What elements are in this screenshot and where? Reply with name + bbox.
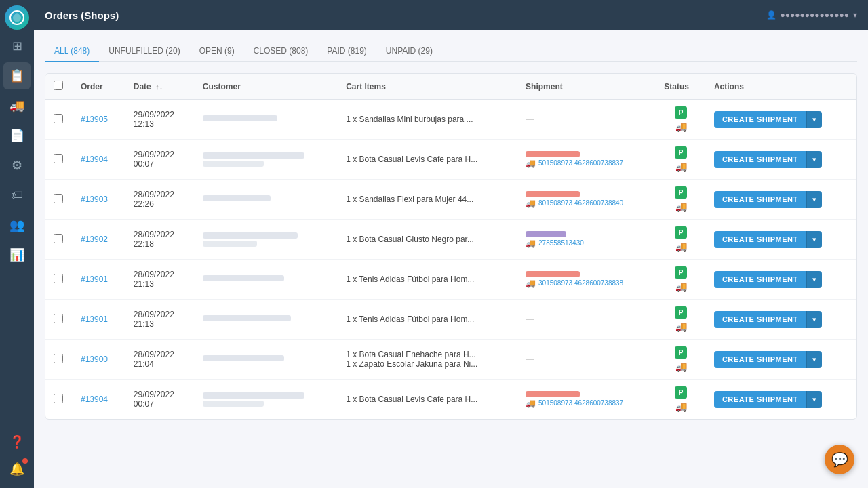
customer-name-blurred xyxy=(203,392,304,399)
row-checkbox-13900[interactable] xyxy=(54,354,63,363)
sidebar-item-orders[interactable]: 📋 xyxy=(3,62,31,89)
status-cell: P 🚚 xyxy=(656,100,706,140)
create-shipment-dropdown[interactable]: ▾ xyxy=(806,391,822,408)
status-cell: P 🚚 xyxy=(656,140,706,180)
actions-cell: CREATE SHIPMENT ▾ xyxy=(706,220,856,260)
status-paid-icon: P xyxy=(675,186,687,199)
create-shipment-dropdown[interactable]: ▾ xyxy=(806,351,822,368)
user-info: 👤 ●●●●●●●●●●●●●● ▾ xyxy=(766,10,857,20)
tab-open[interactable]: OPEN (9) xyxy=(190,41,244,62)
shipment-bar-purple xyxy=(526,231,566,237)
row-checkbox-13901a[interactable] xyxy=(54,274,63,283)
create-shipment-dropdown[interactable]: ▾ xyxy=(806,271,822,288)
create-shipment-btn-group: CREATE SHIPMENT ▾ xyxy=(714,111,848,128)
create-shipment-button[interactable]: CREATE SHIPMENT xyxy=(714,311,806,328)
cart-items-cell: 1 x Bota Casual Enehache para H...1 x Za… xyxy=(338,340,517,380)
status-fulfillment-icon: 🚚 xyxy=(675,241,687,252)
tab-paid[interactable]: PAID (819) xyxy=(317,41,376,62)
tab-all[interactable]: ALL (848) xyxy=(45,41,99,62)
customer-name-blurred xyxy=(203,275,284,281)
order-tabs: ALL (848) UNFULFILLED (20) OPEN (9) CLOS… xyxy=(45,41,857,62)
customer-name-blurred xyxy=(203,315,291,321)
customer-cell xyxy=(195,100,338,140)
create-shipment-dropdown[interactable]: ▾ xyxy=(806,151,822,168)
create-shipment-btn-group: CREATE SHIPMENT ▾ xyxy=(714,231,848,248)
order-link-13901a[interactable]: #13901 xyxy=(81,274,108,284)
sidebar-item-dashboard[interactable]: ⊞ xyxy=(3,33,31,60)
create-shipment-button[interactable]: CREATE SHIPMENT xyxy=(714,231,806,248)
order-link-13902[interactable]: #13902 xyxy=(81,235,108,244)
create-shipment-dropdown[interactable]: ▾ xyxy=(806,231,822,248)
order-link-13904b[interactable]: #13904 xyxy=(81,394,108,404)
main-content: Orders (Shops) 👤 ●●●●●●●●●●●●●● ▾ ALL (8… xyxy=(34,0,868,488)
row-checkbox-13904a[interactable] xyxy=(54,154,63,163)
create-shipment-btn-group: CREATE SHIPMENT ▾ xyxy=(714,311,848,328)
actions-cell: CREATE SHIPMENT ▾ xyxy=(706,260,856,300)
col-date[interactable]: Date ↑↓ xyxy=(125,74,195,100)
create-shipment-button[interactable]: CREATE SHIPMENT xyxy=(714,191,806,208)
tracking-number: 278558513430 xyxy=(538,239,584,247)
chat-button[interactable]: 💬 xyxy=(825,445,854,474)
select-all-checkbox[interactable] xyxy=(54,81,63,90)
user-dropdown-icon[interactable]: ▾ xyxy=(853,10,857,20)
sidebar-item-settings[interactable]: ⚙ xyxy=(3,152,31,179)
create-shipment-button[interactable]: CREATE SHIPMENT xyxy=(714,111,806,128)
status-paid-icon: P xyxy=(675,266,687,279)
create-shipment-button[interactable]: CREATE SHIPMENT xyxy=(714,351,806,368)
shipment-cell: — xyxy=(517,300,656,340)
create-shipment-button[interactable]: CREATE SHIPMENT xyxy=(714,151,806,168)
create-shipment-btn-group: CREATE SHIPMENT ▾ xyxy=(714,391,848,408)
create-shipment-button[interactable]: CREATE SHIPMENT xyxy=(714,391,806,408)
cart-item-text: 1 x Bota Casual Enehache para H... xyxy=(346,350,495,359)
order-link-13901b[interactable]: #13901 xyxy=(81,314,108,324)
cart-items-cell: 1 x Sandalias Flexi para Mujer 44... xyxy=(338,180,517,220)
order-link-13900[interactable]: #13900 xyxy=(81,354,108,364)
actions-cell: CREATE SHIPMENT ▾ xyxy=(706,100,856,140)
status-cell: P 🚚 xyxy=(656,340,706,380)
tab-unpaid[interactable]: UNPAID (29) xyxy=(376,41,442,62)
customer-name-blurred xyxy=(203,115,277,121)
orders-table: Order Date ↑↓ Customer Cart Items Shipme… xyxy=(45,74,856,419)
order-link-13905[interactable]: #13905 xyxy=(81,115,108,124)
sidebar-item-shipping[interactable]: 🚚 xyxy=(3,92,31,119)
cart-item-text: 1 x Sandalias Mini burbujas para ... xyxy=(346,115,495,124)
order-link-13904a[interactable]: #13904 xyxy=(81,155,108,164)
row-checkbox-13903[interactable] xyxy=(54,194,63,203)
row-checkbox-13904b[interactable] xyxy=(54,394,63,403)
sidebar-item-reports[interactable]: 📊 xyxy=(3,241,31,268)
sidebar-item-help[interactable]: ❓ xyxy=(3,428,31,455)
table-row: #1390529/09/202212:131 x Sandalias Mini … xyxy=(45,100,856,140)
shipment-cell: 🚚 501508973 4628600738837 xyxy=(517,380,656,420)
order-date: 28/09/202221:04 xyxy=(125,340,195,380)
row-checkbox-13901b[interactable] xyxy=(54,314,63,323)
shipment-cell: — xyxy=(517,100,656,140)
create-shipment-dropdown[interactable]: ▾ xyxy=(806,311,822,328)
row-checkbox-13902[interactable] xyxy=(54,234,63,243)
tab-unfulfilled[interactable]: UNFULFILLED (20) xyxy=(99,41,189,62)
order-date: 29/09/202212:13 xyxy=(125,100,195,140)
create-shipment-dropdown[interactable]: ▾ xyxy=(806,111,822,128)
sidebar-item-notifications[interactable]: 🔔 xyxy=(3,455,31,483)
status-fulfillment-icon: 🚚 xyxy=(675,121,687,132)
table-row: #1390128/09/202221:131 x Tenis Adidas Fú… xyxy=(45,300,856,340)
create-shipment-dropdown[interactable]: ▾ xyxy=(806,191,822,208)
row-checkbox-13905[interactable] xyxy=(54,114,63,123)
tab-closed[interactable]: CLOSED (808) xyxy=(244,41,318,62)
status-fulfillment-icon: 🚚 xyxy=(675,361,687,372)
cart-item-text: 1 x Zapato Escolar Jakuna para Ni... xyxy=(346,359,495,369)
actions-cell: CREATE SHIPMENT ▾ xyxy=(706,380,856,420)
sidebar-item-documents[interactable]: 📄 xyxy=(3,122,31,149)
create-shipment-button[interactable]: CREATE SHIPMENT xyxy=(714,271,806,288)
customer-cell xyxy=(195,340,338,380)
status-cell: P 🚚 xyxy=(656,220,706,260)
tracking-number: 801508973 4628600738840 xyxy=(538,199,623,207)
user-name: ●●●●●●●●●●●●●● xyxy=(781,10,849,20)
status-cell: P 🚚 xyxy=(656,380,706,420)
order-link-13903[interactable]: #13903 xyxy=(81,195,108,204)
cart-item-text: 1 x Sandalias Flexi para Mujer 44... xyxy=(346,195,495,204)
sidebar-item-users[interactable]: 👥 xyxy=(3,211,31,239)
status-paid-icon: P xyxy=(675,146,687,159)
col-actions: Actions xyxy=(706,74,856,100)
shipment-bar-red xyxy=(526,151,580,157)
sidebar-item-tags[interactable]: 🏷 xyxy=(3,182,31,209)
